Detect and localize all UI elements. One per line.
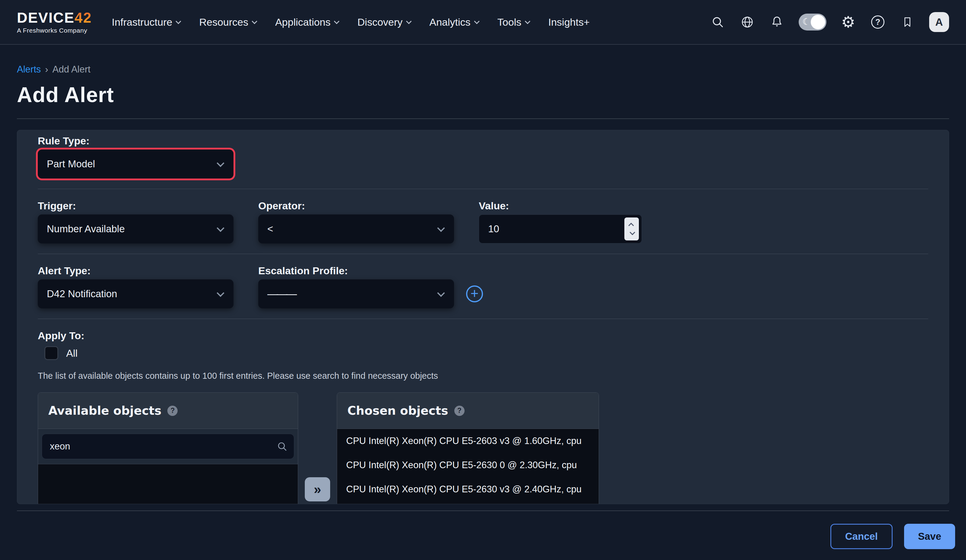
- nav-item-infrastructure[interactable]: Infrastructure: [112, 16, 180, 28]
- logo-text-accent: 42: [75, 10, 92, 26]
- nav-item-label: Insights+: [548, 16, 590, 28]
- logo-tagline: A Freshworks Company: [17, 27, 92, 34]
- search-icon: [277, 441, 288, 452]
- chevron-down-icon: [437, 289, 445, 297]
- chevron-down-icon: [406, 18, 411, 24]
- operator-select[interactable]: <: [258, 214, 454, 243]
- list-item[interactable]: CPU Intel(R) Xeon(R) CPU E5-2630 v3 @ 2.…: [337, 477, 599, 501]
- trigger-select[interactable]: Number Available: [38, 214, 233, 243]
- settings-gear-icon[interactable]: ⚙: [840, 14, 856, 30]
- stepper-up-icon[interactable]: [628, 223, 634, 228]
- page-title: Add Alert: [17, 83, 949, 107]
- nav-icon-group: ☾ ⚙ ? A: [710, 12, 949, 32]
- chosen-objects-panel: Chosen objects ? CPU Intel(R) Xeon(R) CP…: [337, 392, 599, 504]
- chosen-objects-header: Chosen objects ?: [337, 392, 599, 429]
- list-item[interactable]: CPU Intel(R) Xeon(R) CPU E5-2603 v3 @ 1.…: [337, 429, 599, 453]
- theme-toggle[interactable]: ☾: [798, 13, 826, 31]
- transfer-column: »: [298, 392, 337, 504]
- value-field: Value:: [479, 199, 642, 243]
- chevron-down-icon: [217, 159, 224, 167]
- rule-type-select[interactable]: Part Model: [38, 149, 233, 179]
- user-avatar[interactable]: A: [929, 12, 949, 32]
- chevron-down-icon: [217, 225, 224, 232]
- apply-to-section: Apply To: All The list of available obje…: [38, 319, 928, 381]
- logo[interactable]: DEVICE42 A Freshworks Company: [17, 10, 92, 34]
- moon-icon: ☾: [802, 16, 810, 27]
- nav-item-insights[interactable]: Insights+: [548, 16, 590, 28]
- trigger-label: Trigger:: [38, 199, 233, 212]
- globe-icon[interactable]: [739, 14, 755, 30]
- trigger-field: Trigger: Number Available: [38, 199, 233, 243]
- rule-type-label: Rule Type:: [38, 135, 928, 147]
- help-icon[interactable]: ?: [454, 406, 465, 416]
- breadcrumb-current: Add Alert: [53, 64, 90, 75]
- operator-label: Operator:: [258, 199, 454, 212]
- nav-item-label: Tools: [498, 16, 521, 28]
- notifications-bell-icon[interactable]: [769, 14, 785, 30]
- nav-item-resources[interactable]: Resources: [199, 16, 256, 28]
- nav-item-label: Infrastructure: [112, 16, 172, 28]
- stepper-down-icon[interactable]: [629, 230, 635, 235]
- logo-text-white: DEVICE: [17, 10, 75, 26]
- header-divider: [17, 118, 949, 119]
- chevron-down-icon: [251, 18, 257, 24]
- alert-type-label: Alert Type:: [38, 264, 233, 277]
- chosen-objects-list: CPU Intel(R) Xeon(R) CPU E5-2603 v3 @ 1.…: [337, 429, 599, 504]
- escalation-profile-select[interactable]: ———: [258, 279, 454, 309]
- alert-type-value: D42 Notification: [47, 288, 117, 300]
- chevron-down-icon: [525, 18, 530, 24]
- breadcrumb-link-alerts[interactable]: Alerts: [17, 64, 41, 75]
- available-objects-title: Available objects: [48, 404, 161, 417]
- value-input[interactable]: [479, 214, 642, 243]
- rule-type-section: Rule Type: Part Model: [38, 135, 928, 189]
- nav-item-applications[interactable]: Applications: [275, 16, 338, 28]
- alert-type-field: Alert Type: D42 Notification: [38, 264, 233, 309]
- object-picker: Available objects ? » Chosen objects ?: [38, 392, 928, 504]
- apply-to-all-label: All: [66, 347, 78, 359]
- apply-to-label: Apply To:: [38, 329, 928, 342]
- footer-actions: Cancel Save: [11, 524, 955, 549]
- help-icon[interactable]: ?: [870, 14, 886, 30]
- move-to-chosen-button[interactable]: »: [305, 477, 330, 501]
- chevron-down-icon: [176, 18, 181, 24]
- alert-type-section: Alert Type: D42 Notification Escalation …: [38, 254, 928, 319]
- search-icon[interactable]: [710, 14, 726, 30]
- value-label: Value:: [479, 199, 642, 212]
- save-button[interactable]: Save: [904, 524, 955, 549]
- operator-field: Operator: <: [258, 199, 454, 243]
- rule-type-value: Part Model: [47, 158, 95, 170]
- chosen-objects-title: Chosen objects: [347, 404, 448, 417]
- chevron-down-icon: [437, 225, 445, 232]
- nav-item-label: Discovery: [357, 16, 402, 28]
- available-objects-panel: Available objects ?: [38, 392, 298, 504]
- help-icon[interactable]: ?: [168, 406, 177, 416]
- bookmark-icon[interactable]: [900, 14, 915, 30]
- available-objects-search-section: [38, 429, 298, 464]
- available-objects-search-input[interactable]: [42, 434, 294, 459]
- operator-value: <: [267, 223, 273, 235]
- chevron-down-icon: [334, 18, 340, 24]
- add-escalation-profile-button[interactable]: +: [466, 286, 483, 302]
- chevron-down-icon: [217, 289, 224, 297]
- nav-item-discovery[interactable]: Discovery: [357, 16, 411, 28]
- available-objects-list[interactable]: [38, 464, 298, 504]
- breadcrumb: Alerts › Add Alert: [17, 64, 949, 75]
- nav-item-label: Analytics: [430, 16, 471, 28]
- escalation-profile-field: Escalation Profile: ——— +: [258, 264, 483, 309]
- nav-item-tools[interactable]: Tools: [498, 16, 529, 28]
- top-nav: DEVICE42 A Freshworks Company Infrastruc…: [0, 0, 966, 45]
- trigger-section: Trigger: Number Available Operator: < Va…: [38, 189, 928, 254]
- add-alert-form: Rule Type: Part Model Trigger: Number Av…: [17, 130, 949, 504]
- chevron-down-icon: [474, 18, 480, 24]
- nav-item-label: Resources: [199, 16, 248, 28]
- toggle-knob: [811, 15, 825, 29]
- main-menu: Infrastructure Resources Applications Di…: [112, 16, 590, 28]
- cancel-button[interactable]: Cancel: [830, 524, 893, 549]
- number-stepper[interactable]: [624, 217, 639, 240]
- logo-brand: DEVICE42: [17, 10, 92, 26]
- nav-item-label: Applications: [275, 16, 330, 28]
- nav-item-analytics[interactable]: Analytics: [430, 16, 479, 28]
- list-item[interactable]: CPU Intel(R) Xeon(R) CPU E5-2630 0 @ 2.3…: [337, 453, 599, 477]
- alert-type-select[interactable]: D42 Notification: [38, 279, 233, 309]
- apply-to-all-checkbox[interactable]: [44, 346, 58, 360]
